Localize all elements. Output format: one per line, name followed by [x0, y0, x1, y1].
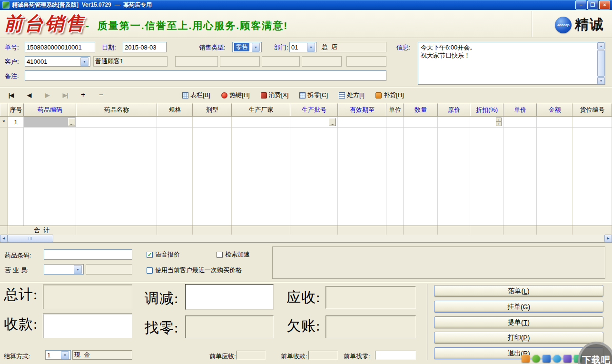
info-message-box[interactable]: 今天下午6:00开会。 祝大家节日快乐！ ▲ ▼: [418, 42, 605, 85]
col-header-manufacturer[interactable]: 生产厂家: [232, 103, 290, 116]
cell-qty[interactable]: [404, 117, 438, 127]
settle-method-combo[interactable]: 1 ▼: [45, 350, 71, 360]
barcode-input[interactable]: [44, 249, 132, 260]
chevron-down-icon[interactable]: ▼: [74, 265, 82, 274]
debt-amount-box: [326, 315, 416, 338]
col-header-orig-price[interactable]: 原价: [438, 103, 470, 116]
remark-field[interactable]: [25, 70, 386, 81]
toolbar: |◀ ◀ ▶ ▶| + − 表栏[B] 热键[H] 消费[X] 拆零[C]: [0, 87, 612, 103]
cell-unit-price[interactable]: [503, 117, 537, 127]
col-header-drug-name[interactable]: 药品名称: [76, 103, 157, 116]
horizontal-scrollbar[interactable]: ◀ ▶: [0, 235, 612, 242]
hotkey-icon: [221, 92, 227, 98]
next-record-button[interactable]: ▶: [40, 89, 54, 101]
adjust-input-box[interactable]: [185, 284, 274, 310]
date-field[interactable]: 2015-08-03: [123, 42, 167, 52]
app-icon: [2, 1, 10, 9]
col-header-shelf-no[interactable]: 货位编号: [573, 103, 612, 116]
maximize-button[interactable]: ❐: [587, 0, 598, 10]
hold-order-button[interactable]: 挂单G: [434, 301, 603, 313]
maximize-icon: ❐: [591, 2, 595, 8]
dept-combo[interactable]: 01 ▼: [289, 42, 317, 52]
columns-button[interactable]: 表栏[B]: [180, 89, 213, 101]
cell-dosage-form[interactable]: [193, 117, 232, 127]
lookup-button[interactable]: …: [68, 118, 75, 126]
right-arrow-icon: ▶: [607, 236, 609, 240]
first-record-button[interactable]: |◀: [4, 89, 18, 101]
search-speed-checkbox[interactable]: 检索加速: [217, 250, 250, 259]
cell-drug-code[interactable]: …: [24, 117, 76, 127]
order-number-field[interactable]: 1508030000010001: [25, 42, 95, 52]
chevron-down-icon[interactable]: ▼: [80, 57, 89, 66]
chevron-down-icon[interactable]: ▼: [307, 43, 315, 52]
order-label: 单号:: [5, 43, 19, 52]
minimize-button[interactable]: –: [575, 0, 586, 10]
retrieve-order-button[interactable]: 提单T: [434, 316, 603, 328]
col-header-unit-price[interactable]: 单价: [503, 103, 537, 116]
cell-amount[interactable]: [537, 117, 573, 127]
discount-spinner[interactable]: ▲▼: [496, 118, 502, 126]
window-controls: – ❐ ×: [575, 0, 610, 10]
empty-cell: [232, 128, 290, 226]
received-input-box[interactable]: [43, 314, 132, 338]
split-button[interactable]: 拆零[C]: [297, 89, 330, 101]
replenish-button[interactable]: 补货[H]: [373, 89, 406, 101]
info-scroll-thumb[interactable]: [597, 50, 605, 77]
hint-panel: [272, 246, 605, 279]
hscroll-track[interactable]: [53, 235, 604, 242]
hotkey-button[interactable]: 热键[H]: [219, 89, 252, 101]
col-header-qty[interactable]: 数量: [404, 103, 438, 116]
customer-combo[interactable]: 410001 ▼: [25, 56, 90, 67]
cell-shelf-no[interactable]: [573, 117, 612, 127]
empty-cell: [8, 128, 24, 226]
batch-lookup-button[interactable]: …: [329, 118, 336, 126]
scroll-up-button[interactable]: ▲: [597, 42, 605, 49]
scroll-down-button[interactable]: ▼: [597, 77, 605, 84]
col-header-amount[interactable]: 金额: [537, 103, 573, 116]
settle-code-value: 1: [47, 352, 50, 359]
scroll-left-button[interactable]: ◀: [0, 235, 8, 242]
prescription-button[interactable]: 处方[I]: [336, 89, 367, 101]
drop-order-button[interactable]: 落单L: [434, 285, 603, 297]
cell-discount[interactable]: ▲▼: [470, 117, 503, 127]
col-header-drug-code[interactable]: 药品编码: [24, 103, 76, 116]
cell-orig-price[interactable]: [438, 117, 470, 127]
order-number-value: 1508030000010001: [27, 44, 82, 51]
scroll-right-button[interactable]: ▶: [604, 235, 612, 242]
consume-button[interactable]: 消费[X]: [258, 89, 291, 101]
cell-drug-name[interactable]: [76, 117, 157, 127]
cell-manufacturer[interactable]: [232, 117, 290, 127]
col-header-batch-no[interactable]: 生产批号: [290, 103, 338, 116]
col-header-seq[interactable]: 序号: [8, 103, 24, 116]
search-speed-label: 检索加速: [225, 250, 250, 259]
clerk-combo[interactable]: ▼: [44, 264, 84, 275]
info-line-2: 祝大家节日快乐！: [421, 51, 594, 59]
chevron-down-icon[interactable]: ▼: [61, 351, 69, 359]
print-button[interactable]: 打印P: [434, 332, 603, 344]
grid-row-1[interactable]: * 1 … … ▲▼: [0, 117, 612, 128]
cell-spec[interactable]: [157, 117, 193, 127]
add-row-button[interactable]: +: [76, 89, 90, 101]
chevron-down-icon[interactable]: ▼: [252, 43, 260, 52]
cell-expiry[interactable]: [338, 117, 386, 127]
prev-record-button[interactable]: ◀: [22, 89, 36, 101]
close-button[interactable]: ×: [599, 0, 610, 10]
info-scrollbar[interactable]: ▲ ▼: [597, 42, 605, 84]
last-record-button[interactable]: ▶|: [58, 89, 72, 101]
col-header-discount[interactable]: 折扣(%): [470, 103, 503, 116]
delete-row-button[interactable]: −: [94, 89, 109, 101]
cell-batch-no[interactable]: …: [290, 117, 338, 127]
cell-unit[interactable]: [386, 117, 404, 127]
voice-quote-checkbox[interactable]: ✓ 语音报价: [147, 250, 180, 259]
col-header-unit[interactable]: 单位: [386, 103, 404, 116]
last-price-checkbox[interactable]: 使用当前客户最近一次购买价格: [147, 266, 242, 275]
col-header-spec[interactable]: 规格: [157, 103, 193, 116]
hscroll-thumb[interactable]: [8, 235, 53, 242]
col-header-dosage-form[interactable]: 剂型: [193, 103, 232, 116]
extra-field-4: [302, 56, 342, 67]
col-header-expiry[interactable]: 有效期至: [338, 103, 386, 116]
empty-cell: [386, 128, 404, 226]
empty-cell: [438, 128, 470, 226]
total-row-cell: [232, 226, 290, 235]
sale-type-combo[interactable]: 零售 ▼: [232, 42, 262, 52]
